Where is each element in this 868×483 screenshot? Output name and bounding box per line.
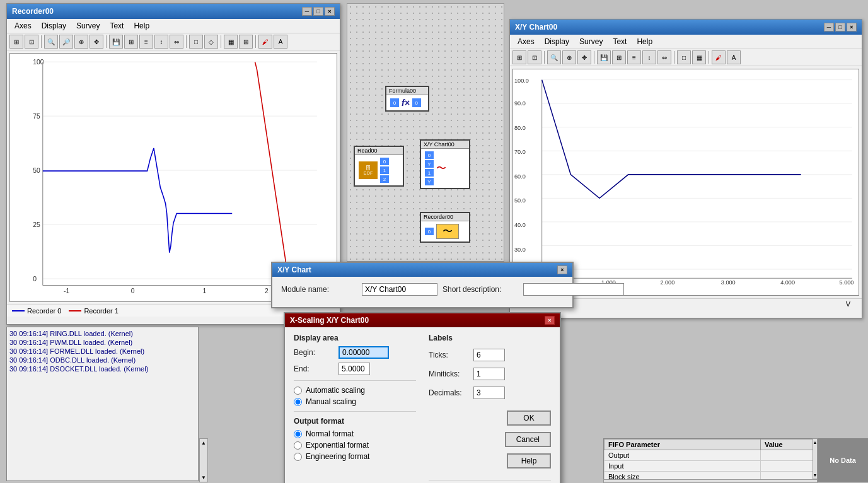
svg-text:2: 2 — [265, 288, 269, 294]
tb-btn-8[interactable]: ⊞ — [124, 35, 138, 49]
recorder-menu-help[interactable]: Help — [129, 20, 154, 32]
log-scrollbar-vertical[interactable]: ▲ ▼ — [199, 438, 208, 482]
normal-format-radio[interactable] — [294, 430, 302, 438]
tb-btn-12[interactable]: □ — [189, 35, 203, 49]
scroll-up-arrow[interactable]: ▲ — [201, 440, 206, 446]
svg-text:4.000: 4.000 — [780, 279, 795, 286]
fifo-scroll-down[interactable]: ▼ — [813, 473, 818, 477]
recorder-close-btn[interactable]: × — [325, 7, 335, 16]
scroll-down-arrow[interactable]: ▼ — [201, 475, 206, 480]
xychart-minimize-btn[interactable]: ─ — [824, 23, 834, 32]
tb-sep-4 — [221, 35, 221, 48]
xy-tb-3[interactable]: 🔍 — [547, 50, 561, 64]
xy-tb-9[interactable]: ↕ — [642, 50, 656, 64]
recorder-menu: Axes Display Survey Text Help — [7, 19, 340, 33]
xy-tb-13[interactable]: 🖌 — [712, 50, 726, 64]
dialog-xy-desc-input[interactable] — [523, 283, 624, 296]
begin-input[interactable] — [339, 346, 389, 359]
ok-button[interactable]: OK — [507, 410, 551, 426]
xychart-in-3: Y — [425, 178, 434, 185]
tb-btn-7[interactable]: 💾 — [109, 35, 123, 49]
tb-btn-13[interactable]: ◇ — [204, 35, 218, 49]
tb-btn-3[interactable]: 🔍 — [44, 35, 58, 49]
tb-btn-10[interactable]: ↕ — [154, 35, 168, 49]
legend-line-0 — [12, 310, 25, 311]
xscaling-left-col: Display area Begin: End: Automatic scali… — [294, 334, 416, 483]
xychart-menu-help[interactable]: Help — [632, 36, 657, 47]
normal-format-label: Normal format — [306, 429, 354, 438]
xy-tb-10[interactable]: ⇔ — [657, 50, 671, 64]
tb-btn-2[interactable]: ⊡ — [25, 35, 38, 49]
tb-btn-16[interactable]: 🖌 — [258, 35, 272, 49]
tb-btn-11[interactable]: ⇔ — [170, 35, 183, 49]
formula-component[interactable]: Formula00 0 f× 0 — [385, 86, 429, 112]
xychart-menu: Axes Display Survey Text Help — [510, 35, 862, 49]
read-component[interactable]: Read00 🗄EOF 0 1 2 — [354, 146, 404, 187]
decimals-row: Decimals: — [429, 387, 551, 399]
recorder-menu-axes[interactable]: Axes — [9, 20, 37, 32]
fifo-scrollbar-vertical[interactable]: ▲ ▼ — [813, 438, 818, 479]
xy-tb-1[interactable]: ⊞ — [512, 50, 526, 64]
eng-format-row[interactable]: Engineering format — [294, 452, 416, 461]
xy-tb-14[interactable]: A — [727, 50, 741, 64]
xscaling-right-col: Labels Ticks: Miniticks: Decimals: O — [429, 334, 551, 483]
decimals-input[interactable] — [473, 387, 505, 399]
cancel-button[interactable]: Cancel — [505, 432, 551, 447]
xy-tb-2[interactable]: ⊡ — [528, 50, 541, 64]
manual-scaling-row[interactable]: Manual scaling — [294, 397, 416, 406]
recorder-menu-text[interactable]: Text — [105, 20, 129, 32]
exp-format-row[interactable]: Exponential format — [294, 441, 416, 450]
xy-tb-5[interactable]: ✥ — [577, 50, 591, 64]
xychart-component[interactable]: X/Y Chart00 0 Y 1 Y 〜 — [420, 139, 470, 189]
recorder-menu-survey[interactable]: Survey — [71, 20, 105, 32]
help-button[interactable]: Help — [507, 453, 551, 468]
xychart-menu-text[interactable]: Text — [608, 36, 632, 47]
xy-tb-4[interactable]: ⊕ — [562, 50, 576, 64]
xy-tb-11[interactable]: □ — [677, 50, 691, 64]
fifo-scrollbar-horizontal[interactable] — [603, 479, 818, 483]
recorder-maximize-btn[interactable]: □ — [313, 7, 323, 16]
xychart-menu-display[interactable]: Display — [540, 36, 574, 47]
xy-tb-6[interactable]: 💾 — [597, 50, 611, 64]
xy-tb-12[interactable]: ▦ — [692, 50, 706, 64]
eng-format-radio[interactable] — [294, 453, 302, 461]
xychart-maximize-btn[interactable]: □ — [835, 23, 845, 32]
end-input[interactable] — [339, 363, 370, 375]
xychart-menu-survey[interactable]: Survey — [574, 36, 608, 47]
tb-btn-6[interactable]: ✥ — [90, 35, 103, 49]
formula-body: 0 f× 0 — [386, 95, 428, 110]
auto-scaling-row[interactable]: Automatic scaling — [294, 386, 416, 395]
dialog-xy-close-btn[interactable]: × — [557, 265, 567, 274]
svg-text:100.0: 100.0 — [514, 78, 529, 84]
fifo-scroll-up[interactable]: ▲ — [813, 440, 818, 445]
recorder-minimize-btn[interactable]: ─ — [302, 7, 312, 16]
xy-tb-7[interactable]: ⊞ — [612, 50, 626, 64]
recorder-flowcomp[interactable]: Recorder00 0 〜 — [420, 212, 470, 243]
svg-text:1: 1 — [203, 288, 207, 294]
normal-format-row[interactable]: Normal format — [294, 429, 416, 438]
xy-sep-1 — [544, 51, 545, 64]
tb-btn-14[interactable]: ▦ — [224, 35, 238, 49]
auto-scaling-radio[interactable] — [294, 387, 302, 395]
ticks-input[interactable] — [473, 349, 505, 361]
xychart-in-0: 0 — [425, 151, 434, 159]
read-port-2: 2 — [380, 175, 389, 183]
xychart-menu-axes[interactable]: Axes — [512, 36, 540, 47]
svg-text:5.000: 5.000 — [840, 279, 854, 286]
tb-btn-1[interactable]: ⊞ — [9, 35, 23, 49]
tb-btn-15[interactable]: ⊞ — [239, 35, 253, 49]
dialog-xscaling-close-btn[interactable]: × — [545, 316, 555, 325]
tb-btn-17[interactable]: A — [274, 35, 287, 49]
display-area-title: Display area — [294, 334, 416, 342]
tb-btn-4[interactable]: 🔎 — [59, 35, 73, 49]
recorder-menu-display[interactable]: Display — [37, 20, 71, 32]
xy-tb-8[interactable]: ≡ — [627, 50, 641, 64]
xychart-toolbar: ⊞ ⊡ 🔍 ⊕ ✥ 💾 ⊞ ≡ ↕ ⇔ □ ▦ 🖌 A — [510, 49, 862, 66]
exp-format-radio[interactable] — [294, 441, 302, 450]
miniticks-input[interactable] — [473, 368, 505, 380]
tb-btn-5[interactable]: ⊕ — [74, 35, 88, 49]
dialog-xy-module-input[interactable] — [362, 283, 437, 296]
tb-btn-9[interactable]: ≡ — [139, 35, 153, 49]
xychart-close-btn[interactable]: × — [847, 23, 857, 32]
manual-scaling-radio[interactable] — [294, 398, 302, 406]
